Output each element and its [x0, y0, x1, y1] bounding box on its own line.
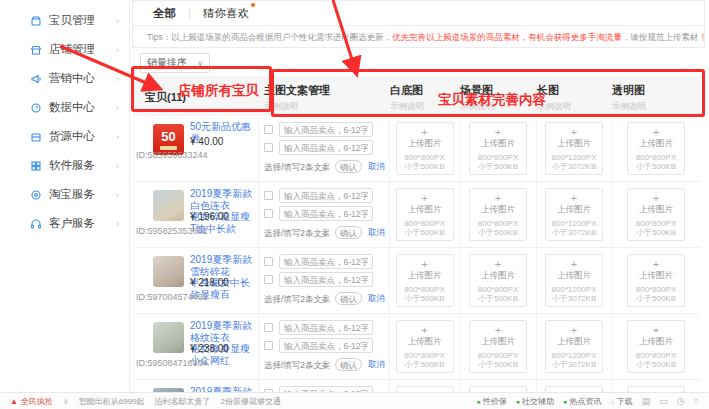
upload-limit: 小于3072KB — [546, 360, 602, 369]
chevron-right-icon: › — [116, 190, 119, 200]
sidebar-item-taobao-service[interactable]: 淘宝服务 › — [0, 180, 129, 209]
selling-point-input[interactable] — [279, 188, 373, 203]
upload-label: 上传图片 — [628, 336, 684, 348]
upload-scene-button[interactable]: +上传图片800*800PX小于500KB — [469, 254, 527, 307]
copy-checkbox[interactable] — [264, 323, 273, 332]
cancel-button[interactable]: 取消 — [368, 359, 385, 371]
tool-hot-news[interactable]: ●热点资讯 — [563, 396, 601, 407]
sample-note-link[interactable]: 示例说明 — [264, 101, 390, 113]
copy-note: 选择/填写2条文案 — [264, 294, 331, 306]
copy-checkbox[interactable] — [264, 191, 273, 200]
upload-label: 上传图片 — [628, 138, 684, 150]
confirm-button[interactable]: 确认 — [335, 226, 362, 239]
download-button[interactable]: ↓下载 — [610, 396, 633, 407]
chevron-right-icon: › — [116, 74, 119, 84]
copy-checkbox[interactable] — [264, 143, 273, 152]
tool-price-protect[interactable]: ●性价保 — [476, 396, 506, 407]
bottom-link[interactable]: 2份装修就够交通 — [221, 396, 281, 407]
sample-note-link[interactable]: 示例说明 — [612, 101, 700, 113]
upload-scene-button[interactable]: +上传图片800*800PX小于500KB — [469, 320, 527, 373]
upload-size: 800*800PX — [470, 219, 526, 228]
copy-checkbox[interactable] — [264, 275, 273, 284]
upload-whitebg-button[interactable]: +上传图片800*800PX小于500KB — [396, 188, 454, 241]
sidebar-item-customer-service[interactable]: 客户服务 › — [0, 209, 129, 238]
tips-highlight: 优先完善以上频道场景的商品素材，有机会获得更多手淘流量 — [392, 32, 622, 42]
upload-limit: 小于500KB — [628, 294, 684, 303]
confirm-button[interactable]: 确认 — [335, 358, 362, 371]
circle-icon[interactable]: ○ — [694, 396, 699, 406]
header-long-label: 长图 — [537, 83, 612, 98]
upload-transparent-button[interactable]: +上传图片800*800PX小于500KB — [627, 320, 685, 373]
upload-long-button[interactable]: +上传图片800*1200PX小于3072KB — [545, 254, 603, 307]
sidebar-item-label: 营销中心 — [49, 71, 95, 86]
upload-whitebg-button[interactable]: +上传图片800*800PX小于500KB — [396, 254, 454, 307]
upload-long-button[interactable]: +上传图片800*1200PX小于3072KB — [545, 320, 603, 373]
upload-label: 上传图片 — [628, 204, 684, 216]
selling-point-input[interactable] — [279, 320, 373, 335]
copy-checkbox[interactable] — [264, 125, 273, 134]
view-details-link[interactable]: 查看详情> — [701, 32, 704, 42]
apps-icon[interactable]: ▤ — [642, 396, 651, 406]
download-icon: ↓ — [610, 396, 615, 406]
sort-label: 销量排序 — [147, 56, 187, 70]
tips-text: Tips：以上频道场景的商品会根据用户个性化需求进行圈选更新， — [147, 32, 392, 42]
bottom-link[interactable]: 泊利名邸太贵了 — [155, 396, 211, 407]
confirm-button[interactable]: 确认 — [335, 160, 362, 173]
upload-whitebg-button[interactable]: +上传图片800*800PX小于500KB — [396, 320, 454, 373]
cancel-button[interactable]: 取消 — [368, 227, 385, 239]
product-thumbnail[interactable] — [153, 322, 184, 353]
sidebar-item-shop-manage[interactable]: 店铺管理 › — [0, 35, 129, 64]
upload-transparent-button[interactable]: +上传图片800*800PX小于500KB — [627, 254, 685, 307]
selling-point-input[interactable] — [279, 338, 373, 353]
copy-checkbox[interactable] — [264, 341, 273, 350]
sidebar-item-marketing[interactable]: 营销中心 › — [0, 64, 129, 93]
upload-transparent-button[interactable]: +上传图片800*800PX小于500KB — [627, 122, 685, 175]
upload-size: 800*800PX — [628, 285, 684, 294]
tool-social-assist[interactable]: ●社交辅助 — [516, 396, 554, 407]
sample-note-link[interactable]: 示例说明 — [460, 101, 537, 113]
tab-guess-you-like[interactable]: 猜你喜欢 — [203, 6, 249, 21]
tool-label: 社交辅助 — [522, 396, 554, 407]
sort-select[interactable]: 销量排序 ∨ — [140, 53, 210, 73]
upload-limit: 小于500KB — [397, 294, 453, 303]
upload-transparent-button[interactable]: +上传图片800*800PX小于500KB — [627, 188, 685, 241]
upload-size: 800*1200PX — [546, 285, 602, 294]
selling-point-input[interactable] — [279, 122, 373, 137]
chevron-down-icon[interactable]: ∨ — [63, 397, 69, 406]
tips-bar: Tips：以上频道场景的商品会根据用户个性化需求进行圈选更新，优先完善以上频道场… — [133, 26, 704, 44]
tab-all[interactable]: 全部 — [153, 6, 176, 21]
sidebar-item-software-service[interactable]: 软件服务 › — [0, 151, 129, 180]
clock-icon[interactable]: ◷ — [677, 396, 685, 406]
selling-point-input[interactable] — [279, 140, 373, 155]
product-thumbnail[interactable] — [153, 190, 184, 221]
copy-checkbox[interactable] — [264, 257, 273, 266]
bottom-link[interactable]: 智能出租从6999起 — [79, 396, 145, 407]
upload-label: 上传图片 — [397, 270, 453, 282]
window-icon[interactable]: ▭ — [659, 396, 668, 406]
upload-whitebg-button[interactable]: +上传图片800*800PX小于500KB — [396, 122, 454, 175]
confirm-button[interactable]: 确认 — [335, 292, 362, 305]
sidebar-item-data-center[interactable]: 数据中心 › — [0, 93, 129, 122]
upload-scene-button[interactable]: +上传图片800*800PX小于500KB — [469, 188, 527, 241]
long-cell — [537, 380, 612, 392]
transparent-cell: +上传图片800*800PX小于500KB — [612, 314, 700, 380]
sidebar-item-supply-center[interactable]: 货源中心 › — [0, 122, 129, 151]
sample-note-link[interactable]: 示例说明 — [537, 101, 612, 113]
cancel-button[interactable]: 取消 — [368, 293, 385, 305]
copy-checkbox[interactable] — [264, 209, 273, 218]
selling-point-input[interactable] — [279, 272, 373, 287]
tab-guess-label: 猜你喜欢 — [203, 7, 249, 19]
upload-long-button[interactable]: +上传图片800*1200PX小于3072KB — [545, 122, 603, 175]
upload-long-button[interactable]: +上传图片800*1200PX小于3072KB — [545, 188, 603, 241]
product-thumbnail[interactable] — [153, 256, 184, 287]
header-long-col: 长图示例说明 — [537, 76, 612, 116]
upload-scene-button[interactable]: +上传图片800*800PX小于500KB — [469, 122, 527, 175]
cancel-button[interactable]: 取消 — [368, 161, 385, 173]
grid-icon — [30, 160, 42, 172]
selling-point-input[interactable] — [279, 206, 373, 221]
selling-point-input[interactable] — [279, 254, 373, 269]
sample-note-link[interactable]: 示例说明 — [390, 101, 460, 113]
sidebar-item-item-manage[interactable]: 宝贝管理 › — [0, 6, 129, 35]
hot-deal-link[interactable]: ▲全民疯抢 — [10, 396, 53, 407]
upload-size: 800*800PX — [470, 153, 526, 162]
